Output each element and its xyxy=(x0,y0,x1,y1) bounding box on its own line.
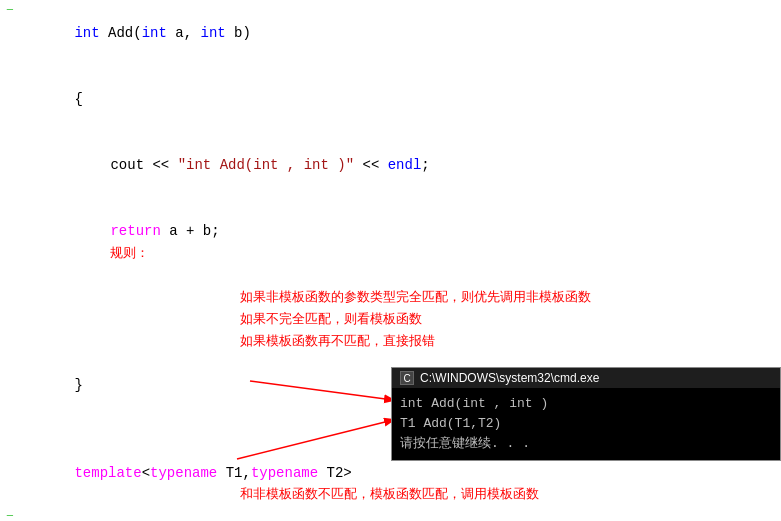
annotation-template-match: 和非模板函数不匹配，模板函数匹配，调用模板函数 xyxy=(240,485,539,503)
kw-int-2: int xyxy=(142,25,167,41)
annotation-line-3: 如果模板函数再不匹配，直接报错 xyxy=(0,330,781,352)
cmd-titlebar: C C:\WINDOWS\system32\cmd.exe xyxy=(392,368,780,388)
annotation-text-1: 如果非模板函数的参数类型完全匹配，则优先调用非模板函数 xyxy=(240,289,591,304)
cmd-line-2: T1 Add(T1,T2) xyxy=(400,414,772,434)
code-4: return a + b; 规则： xyxy=(20,198,781,286)
cmd-line-3: 请按任意键继续. . . xyxy=(400,434,772,454)
annotation-line-2: 如果不完全匹配，则看模板函数 xyxy=(0,308,781,330)
line-4: return a + b; 规则： xyxy=(0,198,781,286)
annotation-line-1: 如果非模板函数的参数类型完全匹配，则优先调用非模板函数 xyxy=(0,286,781,308)
cmd-line-1: int Add(int , int ) xyxy=(400,394,772,414)
line-8: − T1 Add(T1 t1,T2 t2) xyxy=(0,506,781,521)
line-3: cout << "int Add(int , int )" << endl; xyxy=(0,132,781,198)
annotation-rule-title: 规则： xyxy=(110,245,149,260)
code-8: T1 Add(T1 t1,T2 t2) xyxy=(20,506,781,521)
fold-minus-1[interactable]: − xyxy=(0,0,20,22)
cmd-title: C:\WINDOWS\system32\cmd.exe xyxy=(420,371,599,385)
line-2: { xyxy=(0,66,781,132)
code-3: cout << "int Add(int , int )" << endl; xyxy=(20,132,781,198)
code-editor: − int Add(int a, int b) { cout << "int A… xyxy=(0,0,781,521)
annotation-text-2: 如果不完全匹配，则看模板函数 xyxy=(240,311,422,326)
kw-int-3: int xyxy=(200,25,225,41)
cmd-icon: C xyxy=(400,371,414,385)
fold-minus-8[interactable]: − xyxy=(0,506,20,521)
cmd-window: C C:\WINDOWS\system32\cmd.exe int Add(in… xyxy=(391,367,781,461)
kw-int-1: int xyxy=(74,25,99,41)
annotation-text-3: 如果模板函数再不匹配，直接报错 xyxy=(240,333,435,348)
code-1: int Add(int a, int b) xyxy=(20,0,781,66)
line-1: − int Add(int a, int b) xyxy=(0,0,781,66)
cmd-content: int Add(int , int ) T1 Add(T1,T2) 请按任意键继… xyxy=(392,388,780,460)
code-2: { xyxy=(20,66,781,132)
